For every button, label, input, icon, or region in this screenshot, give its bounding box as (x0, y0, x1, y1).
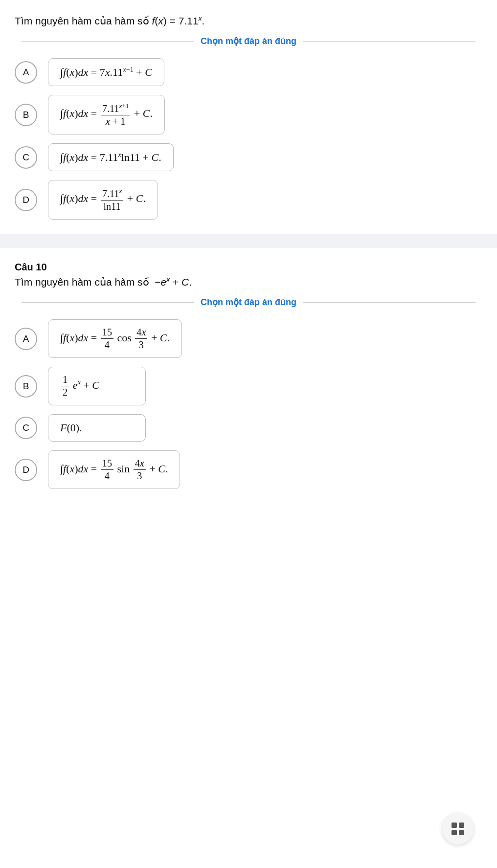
question-10-title: Câu 10 (15, 262, 482, 273)
option-circle-9d[interactable]: D (15, 189, 37, 211)
option-circle-10b[interactable]: B (15, 375, 37, 398)
option-box-9d[interactable]: ∫f(x)dx = 7.11x ln11 + C. (48, 180, 158, 220)
option-circle-9c[interactable]: C (15, 146, 37, 169)
choose-label-10: Chọn một đáp án đúng (15, 297, 482, 308)
option-row-10a: A ∫f(x)dx = 15 4 cos 4x 3 + C. (15, 319, 482, 358)
option-circle-9b[interactable]: B (15, 104, 37, 126)
options-list-10: A ∫f(x)dx = 15 4 cos 4x 3 + C. (15, 319, 482, 489)
option-box-10a[interactable]: ∫f(x)dx = 15 4 cos 4x 3 + C. (48, 319, 182, 358)
choose-label-9: Chọn một đáp án đúng (15, 36, 482, 46)
page-container: Tìm nguyên hàm của hàm số f(x) = 7.11x. … (0, 0, 497, 489)
option-row-9c: C ∫f(x)dx = 7.11xln11 + C. (15, 143, 482, 171)
option-circle-10a[interactable]: A (15, 328, 37, 350)
question-10-text: Tìm nguyên hàm của hàm số −ex + C. (15, 276, 482, 288)
grid-icon (452, 823, 464, 835)
section-separator (0, 234, 497, 248)
option-circle-10c[interactable]: C (15, 417, 37, 439)
grid-menu-button[interactable] (442, 813, 474, 845)
option-row-9a: A ∫f(x)dx = 7x.11x−1 + C (15, 58, 482, 86)
option-row-9b: B ∫f(x)dx = 7.11x+1 x + 1 + C. (15, 95, 482, 134)
option-box-10d[interactable]: ∫f(x)dx = 15 4 sin 4x 3 + C. (48, 450, 180, 489)
option-box-9b[interactable]: ∫f(x)dx = 7.11x+1 x + 1 + C. (48, 95, 165, 134)
option-circle-10d[interactable]: D (15, 459, 37, 481)
question-9-text: Tìm nguyên hàm của hàm số f(x) = 7.11x. (15, 15, 482, 27)
option-row-9d: D ∫f(x)dx = 7.11x ln11 + C. (15, 180, 482, 220)
option-row-10b: B 1 2 ex + C (15, 367, 482, 405)
question-9-block: Tìm nguyên hàm của hàm số f(x) = 7.11x. … (15, 15, 482, 220)
options-list-9: A ∫f(x)dx = 7x.11x−1 + C B ∫f(x)dx = 7.1… (15, 58, 482, 220)
option-row-10c: C F(0). (15, 414, 482, 442)
option-box-10c[interactable]: F(0). (48, 414, 146, 442)
option-box-10b[interactable]: 1 2 ex + C (48, 367, 146, 405)
option-row-10d: D ∫f(x)dx = 15 4 sin 4x 3 + C. (15, 450, 482, 489)
option-circle-9a[interactable]: A (15, 61, 37, 84)
option-box-9a[interactable]: ∫f(x)dx = 7x.11x−1 + C (48, 58, 164, 86)
question-10-block: Câu 10 Tìm nguyên hàm của hàm số −ex + C… (15, 262, 482, 489)
option-box-9c[interactable]: ∫f(x)dx = 7.11xln11 + C. (48, 143, 174, 171)
